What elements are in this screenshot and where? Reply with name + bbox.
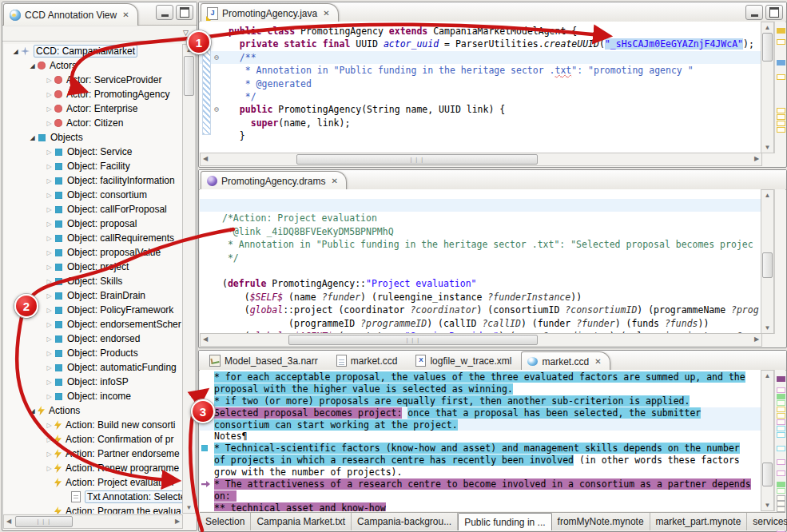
scroll-up-icon[interactable]: ▲ — [761, 22, 773, 33]
ccd-vertical-scrollbar[interactable]: ▲ ▼ — [761, 370, 774, 511]
tree-item-object-project[interactable]: ▷Object: project — [4, 260, 183, 274]
collapsed-arrow-icon[interactable]: ▷ — [44, 249, 54, 256]
collapsed-arrow-icon[interactable]: ▷ — [44, 206, 54, 213]
file-tab-market-part-mynote[interactable]: market_part.mynote — [650, 513, 748, 530]
view-menu-chevron-icon[interactable]: ▽ — [183, 29, 189, 37]
tree-item-object-facility[interactable]: ▷Object: Facility — [4, 159, 183, 173]
maximize-button[interactable] — [176, 5, 193, 20]
tree-item-actions[interactable]: ◢Actions — [4, 403, 183, 418]
collapsed-arrow-icon[interactable]: ▷ — [44, 235, 54, 242]
scroll-right-icon[interactable]: ▶ — [753, 153, 760, 165]
tree-item-action-confirmation-of-pr[interactable]: ▷Action: Confirmation of pr — [4, 432, 183, 447]
close-icon[interactable]: ✕ — [594, 357, 601, 366]
tree-item-object-callforproposal[interactable]: ▷Object: callForProposal — [4, 202, 183, 216]
tree-item-object-proposal[interactable]: ▷Object: proposal — [4, 216, 183, 231]
collapsed-arrow-icon[interactable]: ▷ — [44, 379, 54, 386]
ruler-mark[interactable] — [777, 488, 785, 494]
java-code-area[interactable]: public class PromotingAgency extends Cam… — [200, 22, 762, 153]
ruler-mark[interactable] — [777, 60, 785, 66]
expanded-arrow-icon[interactable]: ◢ — [10, 48, 21, 55]
tree-item-actor-citizen[interactable]: ▷Actor: Citizen — [4, 116, 183, 130]
scroll-left-icon[interactable]: ◀ — [6, 515, 12, 527]
scroll-right-icon[interactable]: ▶ — [174, 515, 181, 527]
expanded-arrow-icon[interactable]: ◢ — [27, 62, 38, 69]
collapsed-arrow-icon[interactable]: ▷ — [44, 149, 54, 156]
expanded-arrow-icon[interactable]: ◢ — [27, 134, 38, 141]
file-tab-campania-backgrou-[interactable]: Campania-backgrou... — [352, 513, 458, 530]
ruler-mark[interactable] — [777, 121, 785, 126]
scroll-left-icon[interactable]: ◀ — [202, 153, 209, 165]
ruler-mark[interactable] — [777, 506, 785, 512]
ccd-text-area[interactable]: * for each acceptable proposal, the valu… — [200, 370, 762, 511]
tree-item-action-program-the-evalua[interactable]: Action: Program the evalua — [4, 504, 183, 514]
java-overview-ruler[interactable] — [774, 22, 785, 153]
ruler-mark[interactable] — [777, 501, 785, 506]
drams-code-area[interactable]: /*Action: Project evaluation *@link _4iD… — [200, 189, 762, 334]
java-vertical-scrollbar[interactable]: ▲ ▼ — [761, 22, 774, 153]
tree-item-object-infosp[interactable]: ▷Object: infoSP — [4, 375, 183, 389]
scroll-up-icon[interactable]: ▲ — [761, 190, 773, 200]
ruler-mark[interactable] — [777, 482, 785, 487]
tree-item-objects[interactable]: ◢Objects — [4, 130, 183, 145]
close-icon[interactable]: ✕ — [122, 10, 129, 19]
tree-item-action-project-evaluation[interactable]: Action: Project evaluation — [4, 475, 183, 490]
ruler-mark[interactable] — [777, 74, 785, 80]
java-vscroll-thumb[interactable] — [762, 33, 773, 62]
tree-item-object-facilityinformation[interactable]: ▷Object: facilityInformation — [4, 173, 183, 188]
drams-horizontal-scrollbar[interactable]: ◀ ❘❘❘ ▶ — [200, 333, 762, 347]
drams-hscroll-thumb[interactable]: ❘❘❘ — [288, 335, 538, 345]
scroll-down-icon[interactable]: ▼ — [183, 502, 195, 513]
scroll-left-icon[interactable]: ◀ — [202, 334, 209, 345]
tab-promotingagency-java[interactable]: PromotingAgency.java ✕ — [201, 3, 339, 22]
collapsed-arrow-icon[interactable]: ▷ — [44, 220, 54, 228]
ruler-mark[interactable] — [777, 419, 785, 425]
fold-minus-icon[interactable]: ⊖ — [214, 54, 219, 62]
tree-vscroll-thumb[interactable] — [184, 56, 194, 96]
drams-vscroll-thumb[interactable] — [762, 252, 773, 278]
collapsed-arrow-icon[interactable]: ▷ — [44, 465, 54, 472]
collapsed-arrow-icon[interactable]: ▷ — [44, 264, 54, 271]
file-tab-frommynote-mynote[interactable]: fromMyNote.mynote — [552, 513, 650, 530]
tree-item-object-callrequirements[interactable]: ▷Object: callRequirements — [4, 231, 183, 245]
ruler-mark[interactable] — [777, 407, 785, 412]
collapsed-arrow-icon[interactable]: ▷ — [44, 192, 54, 199]
collapsed-arrow-icon[interactable]: ▷ — [44, 335, 54, 343]
collapsed-arrow-icon[interactable]: ▷ — [44, 364, 54, 371]
tree-item-txt-annotation-selecte[interactable]: Txt Annotation: Selecte — [4, 490, 183, 504]
scroll-down-icon[interactable]: ▼ — [761, 142, 773, 153]
java-hscroll-thumb[interactable]: ❘❘❘ — [296, 154, 538, 165]
java-horizontal-scrollbar[interactable]: ◀ ❘❘❘ ▶ — [200, 153, 762, 166]
minimize-button[interactable] — [156, 5, 173, 20]
ccd-vscroll-thumb[interactable] — [762, 463, 773, 486]
ruler-mark[interactable] — [777, 127, 785, 133]
tab-market-ccd[interactable]: market.ccd — [331, 351, 406, 370]
tree-item-object-service[interactable]: ▷Object: Service — [4, 145, 183, 159]
file-tab-selection[interactable]: Selection — [200, 513, 251, 530]
collapsed-arrow-icon[interactable]: ▷ — [44, 422, 54, 429]
tree-horizontal-scrollbar[interactable]: ◀ ❘❘❘ ▶ — [3, 514, 183, 529]
ruler-mark[interactable] — [777, 413, 785, 419]
scroll-down-icon[interactable]: ▼ — [761, 500, 773, 510]
tree-item-ccd-campaniamarket[interactable]: ◢CCD: CampaniaMarket — [4, 44, 183, 58]
tree-vertical-scrollbar[interactable]: ▲ ▼ — [182, 44, 196, 514]
restore-button[interactable] — [765, 5, 783, 20]
tab-promotingagency-drams[interactable]: PromotingAgency.drams ✕ — [201, 171, 347, 190]
tree-item-object-consortium[interactable]: ▷Object: consortium — [4, 188, 183, 202]
ruler-mark[interactable] — [777, 376, 785, 382]
cyan-square-icon[interactable] — [201, 445, 213, 451]
scroll-right-icon[interactable]: ▶ — [753, 334, 760, 345]
ccd-tree[interactable]: ◢CCD: CampaniaMarket◢Actors▷Actor: Servi… — [4, 44, 183, 514]
ruler-mark[interactable] — [777, 394, 785, 399]
drams-vertical-scrollbar[interactable]: ▲ ▼ — [761, 189, 774, 334]
fold-minus-icon[interactable]: ⊖ — [214, 105, 219, 113]
ruler-mark[interactable] — [777, 114, 785, 120]
tree-item-object-products[interactable]: ▷Object: Products — [4, 346, 183, 360]
ruler-mark[interactable] — [777, 459, 785, 465]
tab-market-ccd[interactable]: market.ccd✕ — [521, 351, 610, 371]
tab-logfile-w-trace-xml[interactable]: logfile_w_trace.xml — [410, 351, 519, 370]
tree-item-actor-serviceprovider[interactable]: ▷Actor: ServiceProvider — [4, 73, 183, 87]
tree-item-action-partner-endorseme[interactable]: ▷Action: Partner endorseme — [4, 447, 183, 461]
file-tab-public-funding-in-[interactable]: Public funding in ... — [458, 513, 551, 530]
ruler-mark[interactable] — [777, 400, 785, 406]
ruler-mark[interactable] — [777, 39, 785, 45]
